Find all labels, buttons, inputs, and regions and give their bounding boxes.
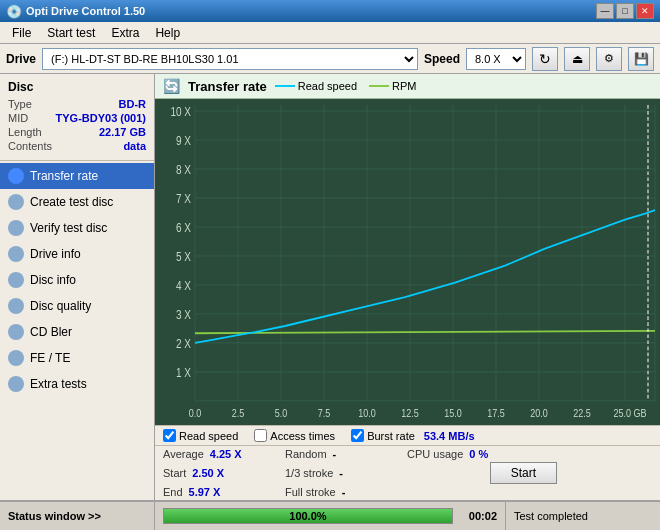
cb-burst-rate[interactable]: Burst rate 53.4 MB/s (351, 429, 474, 442)
cb-read-speed-input[interactable] (163, 429, 176, 442)
stat-full-stroke-val: - (342, 486, 346, 498)
burst-rate-value: 53.4 MB/s (424, 430, 475, 442)
window-title: Opti Drive Control 1.50 (26, 5, 596, 17)
legend-read-speed-label: Read speed (298, 80, 357, 92)
app-icon: 💿 (6, 4, 22, 19)
settings-button[interactable]: ⚙ (596, 47, 622, 71)
nav-cd-bler[interactable]: CD Bler (0, 319, 154, 345)
chart-legend: Read speed RPM (275, 80, 417, 92)
svg-text:20.0: 20.0 (530, 407, 548, 419)
checkbox-row: Read speed Access times Burst rate 53.4 … (155, 425, 660, 446)
stat-1-3-stroke-key: 1/3 stroke (285, 467, 333, 479)
disc-contents-val: data (123, 140, 146, 152)
nav-extra-tests-label: Extra tests (30, 377, 87, 391)
stat-end-val: 5.97 X (189, 486, 221, 498)
stat-random: Random - (285, 448, 405, 460)
svg-text:10.0: 10.0 (358, 407, 376, 419)
verify-disc-icon (8, 220, 24, 236)
progress-text: 100.0% (164, 509, 452, 523)
menu-start-test[interactable]: Start test (39, 24, 103, 42)
cb-burst-rate-input[interactable] (351, 429, 364, 442)
speed-select[interactable]: 8.0 X (466, 48, 526, 70)
chart-title: Transfer rate (188, 79, 267, 94)
transfer-rate-icon (8, 168, 24, 184)
nav-fe-te[interactable]: FE / TE (0, 345, 154, 371)
stat-average-key: Average (163, 448, 204, 460)
minimize-button[interactable]: — (596, 3, 614, 19)
nav-drive-info-label: Drive info (30, 247, 81, 261)
stat-random-val: - (333, 448, 337, 460)
nav-transfer-rate-label: Transfer rate (30, 169, 98, 183)
svg-text:17.5: 17.5 (487, 407, 505, 419)
drive-label: Drive (6, 52, 36, 66)
stat-end-key: End (163, 486, 183, 498)
legend-read-speed: Read speed (275, 80, 357, 92)
legend-rpm-label: RPM (392, 80, 416, 92)
drive-bar: Drive (F:) HL-DT-ST BD-RE BH10LS30 1.01 … (0, 44, 660, 74)
svg-text:10 X: 10 X (170, 105, 191, 118)
svg-rect-0 (155, 99, 660, 425)
nav-verify-test-disc[interactable]: Verify test disc (0, 215, 154, 241)
disc-length-key: Length (8, 126, 42, 138)
nav-disc-info-label: Disc info (30, 273, 76, 287)
svg-text:7 X: 7 X (176, 192, 192, 205)
cb-read-speed[interactable]: Read speed (163, 429, 238, 442)
sidebar: Disc Type BD-R MID TYG-BDY03 (001) Lengt… (0, 74, 155, 500)
nav-extra-tests[interactable]: Extra tests (0, 371, 154, 397)
menu-help[interactable]: Help (147, 24, 188, 42)
cb-access-times-input[interactable] (254, 429, 267, 442)
eject-button[interactable]: ⏏ (564, 47, 590, 71)
disc-quality-icon (8, 298, 24, 314)
disc-type-key: Type (8, 98, 32, 110)
nav-verify-test-disc-label: Verify test disc (30, 221, 107, 235)
disc-mid-row: MID TYG-BDY03 (001) (8, 112, 146, 124)
menu-extra[interactable]: Extra (103, 24, 147, 42)
cb-access-times[interactable]: Access times (254, 429, 335, 442)
refresh-button[interactable]: ↻ (532, 47, 558, 71)
legend-rpm: RPM (369, 80, 416, 92)
menu-file[interactable]: File (4, 24, 39, 42)
nav-disc-quality[interactable]: Disc quality (0, 293, 154, 319)
start-button[interactable]: Start (490, 462, 557, 484)
status-window-button[interactable]: Status window >> (0, 502, 155, 530)
maximize-button[interactable]: □ (616, 3, 634, 19)
nav-create-test-disc[interactable]: Create test disc (0, 189, 154, 215)
drive-select[interactable]: (F:) HL-DT-ST BD-RE BH10LS30 1.01 (42, 48, 418, 70)
extra-tests-icon (8, 376, 24, 392)
nav-items: Transfer rate Create test disc Verify te… (0, 161, 154, 500)
stat-start-val: 2.50 X (192, 467, 224, 479)
fe-te-icon (8, 350, 24, 366)
stats-area: Average 4.25 X Random - CPU usage 0 % St… (155, 446, 660, 500)
cb-access-times-label: Access times (270, 430, 335, 442)
progress-container: 100.0% (155, 502, 461, 530)
stat-1-3-stroke-val: - (339, 467, 343, 479)
progress-bar: 100.0% (163, 508, 453, 524)
nav-drive-info[interactable]: Drive info (0, 241, 154, 267)
svg-text:2 X: 2 X (176, 337, 192, 350)
close-button[interactable]: ✕ (636, 3, 654, 19)
svg-text:1 X: 1 X (176, 366, 192, 379)
svg-text:7.5: 7.5 (318, 407, 331, 419)
create-disc-icon (8, 194, 24, 210)
chart-header: 🔄 Transfer rate Read speed RPM (155, 74, 660, 99)
nav-transfer-rate[interactable]: Transfer rate (0, 163, 154, 189)
stat-random-key: Random (285, 448, 327, 460)
stat-cpu: CPU usage 0 % (407, 448, 557, 460)
nav-cd-bler-label: CD Bler (30, 325, 72, 339)
chart-icon: 🔄 (163, 78, 180, 94)
menubar: File Start test Extra Help (0, 22, 660, 44)
content-area: 🔄 Transfer rate Read speed RPM (155, 74, 660, 500)
svg-text:5 X: 5 X (176, 250, 192, 263)
drive-info-icon (8, 246, 24, 262)
titlebar: 💿 Opti Drive Control 1.50 — □ ✕ (0, 0, 660, 22)
cb-read-speed-label: Read speed (179, 430, 238, 442)
svg-text:0.0: 0.0 (189, 407, 202, 419)
status-time: 00:02 (461, 510, 505, 522)
svg-text:12.5: 12.5 (401, 407, 419, 419)
statusbar: Status window >> 100.0% 00:02 Test compl… (0, 500, 660, 530)
save-button[interactable]: 💾 (628, 47, 654, 71)
disc-mid-key: MID (8, 112, 28, 124)
stat-average: Average 4.25 X (163, 448, 283, 460)
nav-disc-info[interactable]: Disc info (0, 267, 154, 293)
stat-average-val: 4.25 X (210, 448, 242, 460)
